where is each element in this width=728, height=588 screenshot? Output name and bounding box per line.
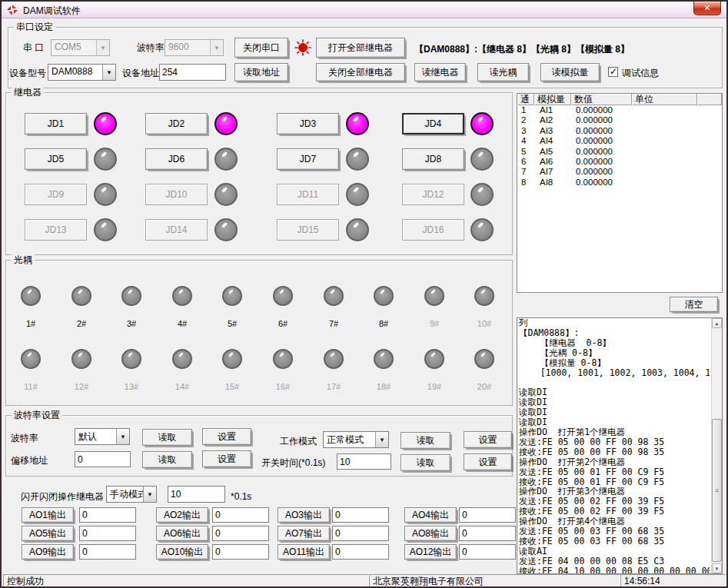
cell-name: AI2 — [534, 115, 571, 125]
log-panel[interactable]: 列 【DAM0888】: 【继电器 0-8】 【光耦 0-8】 【模拟量 0-8… — [517, 317, 723, 574]
opto-led-18 — [374, 349, 394, 369]
baud-label: 波特率 — [137, 42, 165, 53]
ao10-value-input[interactable] — [212, 544, 269, 560]
chevron-down-icon: ▼ — [375, 432, 388, 447]
baud-select[interactable]: 9600 ▼ — [165, 39, 224, 56]
cell-unit — [632, 157, 697, 167]
relay-button-jd12[interactable]: JD12 — [402, 184, 464, 205]
debug-info-checkbox[interactable] — [608, 67, 618, 77]
ao11-output-button[interactable]: AO11输出 — [278, 544, 330, 560]
opto-led-13 — [121, 349, 141, 369]
switch-time-read-button[interactable]: 读取 — [401, 454, 450, 471]
cell-value: 0.000000 — [571, 147, 632, 157]
opto-label-4: 4# — [169, 319, 195, 328]
ao1-output-button[interactable]: AO1输出 — [22, 507, 74, 523]
relay-button-jd16[interactable]: JD16 — [402, 219, 464, 241]
relay-button-jd10[interactable]: JD10 — [145, 184, 208, 205]
ao3-output-button[interactable]: AO3输出 — [278, 507, 330, 523]
workmode-select-value: 正常模式 — [324, 432, 375, 447]
scroll-up-icon[interactable]: ▲ — [712, 318, 722, 328]
open-all-relays-button[interactable]: 打开全部继电器 — [316, 38, 405, 58]
relay-button-jd3[interactable]: JD3 — [277, 113, 339, 135]
ao5-value-input[interactable] — [79, 526, 136, 541]
ao5-output-button[interactable]: AO5输出 — [22, 526, 74, 541]
ao4-value-input[interactable] — [459, 507, 516, 523]
ao12-value-input[interactable] — [459, 544, 516, 560]
scroll-down-icon[interactable]: ▼ — [712, 563, 722, 573]
offset-read-button[interactable]: 读取 — [142, 451, 192, 468]
switch-time-set-button[interactable]: 设置 — [464, 453, 512, 470]
offset-input[interactable] — [75, 451, 131, 467]
ao9-value-input[interactable] — [79, 544, 136, 560]
port-select[interactable]: COM5 ▼ — [51, 39, 110, 56]
relay-led-jd11 — [346, 183, 369, 206]
relay-button-jd11[interactable]: JD11 — [277, 184, 339, 205]
switch-time-input[interactable] — [337, 453, 391, 470]
ao6-value-input[interactable] — [212, 526, 269, 541]
read-analog-button[interactable]: 读模拟量 — [540, 63, 600, 81]
ao3-value-input[interactable] — [332, 507, 389, 523]
opto-led-16 — [273, 349, 293, 369]
model-label: 设备型号 — [9, 68, 46, 78]
flash-mode-select[interactable]: 手动模式 ▼ — [106, 486, 157, 503]
log-scrollbar[interactable]: ▲ ≡ ▼ — [711, 318, 722, 573]
relay-button-jd7[interactable]: JD7 — [277, 148, 339, 170]
relay-button-jd15[interactable]: JD15 — [277, 219, 339, 241]
relay-button-jd1[interactable]: JD1 — [25, 113, 87, 135]
title-bar: DAM调试软件 ✕ — [2, 2, 726, 18]
ao9-output-button[interactable]: AO9输出 — [22, 544, 74, 560]
read-relay-button[interactable]: 读继电器 — [414, 63, 466, 81]
cell-name: AI7 — [534, 167, 571, 177]
close-serial-button[interactable]: 关闭串口 — [234, 38, 288, 58]
cell-value: 0.000000 — [571, 136, 632, 146]
relay-button-jd6[interactable]: JD6 — [145, 148, 208, 170]
ao11-value-input[interactable] — [332, 544, 389, 560]
relay-button-jd14[interactable]: JD14 — [145, 219, 208, 241]
relay-button-jd13[interactable]: JD13 — [25, 219, 87, 241]
offset-set-button[interactable]: 设置 — [202, 450, 251, 467]
cell-ch: 5 — [517, 147, 534, 157]
read-opto-button[interactable]: 读光耦 — [477, 63, 529, 81]
flash-mode-value: 手动模式 — [107, 487, 143, 502]
address-label: 设备地址 — [122, 68, 159, 78]
relay-button-jd4[interactable]: JD4 — [402, 113, 464, 135]
ao7-value-input[interactable] — [332, 526, 389, 541]
analog-table[interactable]: 通 模拟量 数值 单位 1AI10.000000 2AI20.000000 3A… — [517, 93, 723, 293]
ao4-output-button[interactable]: AO4输出 — [404, 507, 457, 523]
baudrate-select[interactable]: 默认 ▼ — [75, 428, 130, 445]
workmode-read-button[interactable]: 读取 — [401, 432, 450, 449]
opto-label-14: 14# — [169, 382, 195, 391]
close-button[interactable]: ✕ — [693, 2, 721, 15]
ao2-output-button[interactable]: AO2输出 — [156, 507, 208, 523]
ao8-output-button[interactable]: AO8输出 — [404, 526, 457, 541]
opto-label-1: 1# — [18, 319, 44, 328]
opto-led-8 — [374, 286, 394, 306]
clear-log-button[interactable]: 清空 — [670, 297, 718, 312]
ao6-output-button[interactable]: AO6输出 — [156, 526, 208, 541]
table-row: 2AI20.000000 — [517, 115, 722, 125]
scrollbar-thumb[interactable]: ≡ — [712, 419, 722, 562]
cell-unit — [632, 126, 697, 136]
workmode-set-button[interactable]: 设置 — [464, 431, 512, 448]
flash-time-input[interactable] — [168, 486, 225, 503]
ao7-output-button[interactable]: AO7输出 — [278, 526, 330, 541]
relay-led-jd6 — [214, 148, 238, 171]
workmode-select[interactable]: 正常模式 ▼ — [323, 431, 389, 448]
cell-name: AI6 — [534, 157, 571, 167]
ao8-value-input[interactable] — [459, 526, 516, 541]
baudrate-set-button[interactable]: 设置 — [202, 428, 251, 445]
read-address-button[interactable]: 读取地址 — [234, 63, 288, 81]
ao2-value-input[interactable] — [212, 507, 269, 523]
relay-button-jd9[interactable]: JD9 — [25, 184, 87, 205]
cell-unit — [632, 115, 697, 125]
ao1-value-input[interactable] — [79, 507, 136, 523]
model-select[interactable]: DAM0888 ▼ — [48, 64, 116, 81]
relay-button-jd8[interactable]: JD8 — [402, 148, 464, 170]
relay-button-jd5[interactable]: JD5 — [25, 148, 87, 170]
address-input[interactable] — [159, 64, 226, 81]
ao10-output-button[interactable]: AO10输出 — [156, 544, 208, 560]
relay-button-jd2[interactable]: JD2 — [145, 113, 208, 135]
close-all-relays-button[interactable]: 关闭全部继电器 — [316, 63, 405, 81]
ao12-output-button[interactable]: AO12输出 — [404, 544, 457, 560]
baudrate-read-button[interactable]: 读取 — [142, 429, 192, 446]
